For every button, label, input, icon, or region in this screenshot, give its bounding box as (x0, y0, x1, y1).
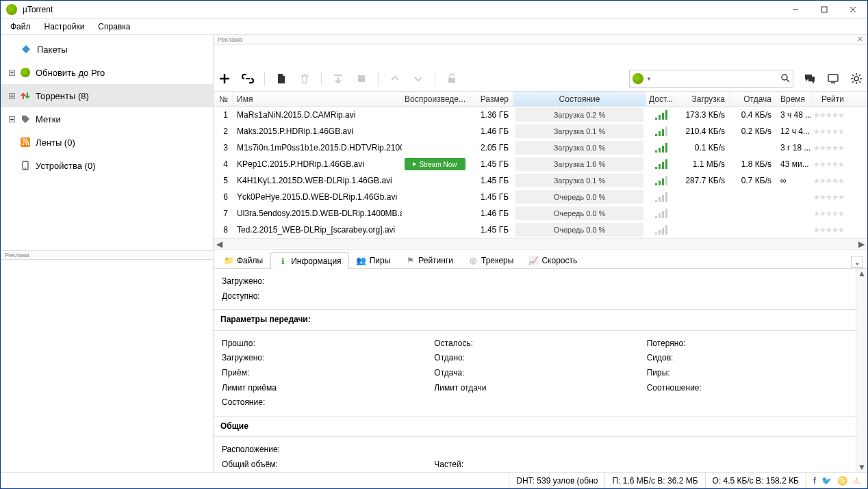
cell-play[interactable]: Stream Now (403, 156, 468, 172)
col-status[interactable]: Состояние (513, 92, 646, 106)
table-row[interactable]: 6Yck0PeHye.2015.D.WEB-DLRip.1.46Gb.avi1.… (214, 189, 867, 205)
add-torrent-button[interactable] (218, 72, 231, 85)
stars-icon: ★★★★★ (813, 193, 844, 202)
search-engine-icon[interactable] (633, 73, 643, 84)
svg-line-12 (787, 79, 789, 82)
cell-name: K4H1KyL1.2015D.WEB-DLRip.1.46GB.avi (233, 172, 403, 189)
start-button[interactable] (331, 72, 345, 85)
chevron-down-icon[interactable]: ▼ (646, 76, 652, 82)
scroll-up-icon[interactable]: ▲ (858, 269, 866, 278)
sidebar-item-torrents[interactable]: Торренты (8) (1, 84, 213, 107)
twitter-icon[interactable]: 🐦 (821, 476, 832, 486)
maximize-button[interactable] (810, 1, 839, 18)
cell-download (676, 205, 730, 222)
status-dht[interactable]: DHT: 539 узлов (обно (509, 473, 604, 488)
cell-size: 1.45 ГБ (468, 172, 513, 189)
settings-button[interactable] (850, 72, 863, 85)
move-down-button[interactable] (411, 72, 425, 85)
vertical-scrollbar[interactable]: ▲▼ (856, 269, 867, 472)
status-download[interactable]: П: 1.6 МБ/с В: 36.2 МБ (604, 473, 704, 488)
add-url-button[interactable] (241, 72, 255, 85)
cell-download: 0.1 КБ/s (676, 140, 730, 156)
menu-settings[interactable]: Настройки (39, 21, 90, 33)
cell-upload (730, 222, 776, 238)
android-icon[interactable]: ♋ (837, 476, 847, 486)
tab-files[interactable]: 📁Файлы (216, 252, 270, 268)
tab-ratings[interactable]: ⚑Рейтинги (398, 252, 461, 268)
cell-play (403, 172, 468, 189)
sidebar-label: Пакеты (37, 44, 68, 55)
chat-button[interactable] (803, 72, 817, 85)
ad-label: Реклама (218, 36, 242, 43)
minimize-button[interactable] (781, 1, 810, 18)
col-avail[interactable]: Дост... (646, 92, 676, 106)
chart-icon: 📈 (528, 256, 538, 265)
tab-info[interactable]: ℹИнформация (270, 252, 348, 269)
search-icon[interactable] (780, 73, 790, 85)
horizontal-scrollbar[interactable]: ◀ ▶ (214, 238, 867, 250)
table-row[interactable]: 7Ul3ra.5endosy.2015.D.WEB-DLRip.1400MB.a… (214, 205, 867, 222)
expand-icon[interactable] (9, 70, 15, 76)
label-downloaded2: Загружено: (222, 351, 434, 366)
search-box[interactable]: ▼ (629, 70, 793, 88)
scroll-left-icon[interactable]: ◀ (214, 239, 225, 249)
col-play[interactable]: Воспроизведе... (403, 92, 468, 106)
move-up-button[interactable] (388, 72, 402, 85)
label-peers: Пиры: (647, 366, 859, 381)
sidebar-item-packages[interactable]: Пакеты (1, 38, 213, 61)
sidebar-item-feeds[interactable]: Ленты (0) (1, 131, 213, 154)
cell-download: 1.1 МБ/s (676, 156, 730, 172)
folder-icon: 📁 (224, 256, 233, 265)
cell-rating: ★★★★★ (812, 140, 847, 156)
facebook-icon[interactable]: f (813, 476, 816, 486)
warning-icon[interactable]: ⚠ (853, 476, 860, 486)
sidebar-item-labels[interactable]: Метки (1, 107, 213, 131)
tab-speed[interactable]: 📈Скорость (521, 252, 585, 268)
scroll-right-icon[interactable]: ▶ (856, 239, 867, 249)
cell-size: 1.36 ГБ (468, 107, 513, 123)
search-input[interactable] (654, 74, 778, 83)
table-row[interactable]: 4KPep1C.2015.P.HDRip.1.46GB.aviStream No… (214, 156, 867, 172)
col-upload[interactable]: Отдача (730, 92, 776, 106)
cell-download (676, 189, 730, 205)
label-pieces: Частей: (434, 458, 646, 472)
cell-time: ∞ (776, 172, 812, 189)
status-upload[interactable]: О: 4.5 КБ/с В: 158.2 КБ (705, 473, 806, 488)
svg-point-8 (25, 168, 26, 169)
table-row[interactable]: 2Maks.2015.P.HDRip.1.46GB.avi1.46 ГБЗагр… (214, 123, 867, 140)
expand-icon[interactable] (9, 93, 15, 99)
table-row[interactable]: 1MaRs1aNiN.2015.D.CAMRip.avi1.36 ГБЗагру… (214, 107, 867, 123)
cell-size: 1.46 ГБ (468, 123, 513, 140)
unlock-button[interactable] (445, 72, 459, 85)
close-ad-icon[interactable]: ✕ (857, 35, 863, 44)
cell-time: 3 г 18 ... (776, 140, 812, 156)
col-rating[interactable]: Рейти (812, 92, 847, 106)
tab-trackers[interactable]: ◎Трекеры (461, 252, 521, 268)
remove-button[interactable] (298, 72, 311, 85)
create-torrent-button[interactable] (275, 72, 288, 85)
menu-file[interactable]: Файл (5, 21, 36, 33)
table-row[interactable]: 3M1s7i0n.1mP0ss1b1e.2015.D.HDTVRip.2100.… (214, 140, 867, 156)
table-row[interactable]: 8Ted.2.2015_WEB-DLRip_[scarabey.org].avi… (214, 222, 867, 238)
sidebar-item-devices[interactable]: Устройства (0) (1, 154, 213, 177)
col-download[interactable]: Загрузка (676, 92, 730, 106)
stop-button[interactable] (355, 72, 368, 85)
scroll-down-icon[interactable]: ▼ (858, 462, 866, 472)
table-row[interactable]: 5K4H1KyL1.2015D.WEB-DLRip.1.46GB.avi1.45… (214, 172, 867, 189)
cell-size: 1.45 ГБ (468, 189, 513, 205)
tab-peers[interactable]: 👥Пиры (349, 252, 398, 268)
cell-name: MaRs1aNiN.2015.D.CAMRip.avi (233, 107, 403, 123)
expand-icon[interactable] (9, 116, 15, 122)
flag-icon: ⚑ (405, 256, 415, 265)
menu-help[interactable]: Справка (92, 21, 136, 33)
sidebar-item-upgrade[interactable]: Обновить до Pro (1, 61, 213, 84)
signal-icon (655, 110, 667, 120)
close-button[interactable] (839, 1, 867, 18)
col-number[interactable]: № (214, 92, 233, 106)
remote-button[interactable] (826, 72, 840, 85)
col-size[interactable]: Размер (468, 92, 513, 106)
cell-name: Yck0PeHye.2015.D.WEB-DLRip.1.46Gb.avi (233, 189, 403, 205)
collapse-button[interactable]: ⌄ (851, 256, 863, 268)
col-time[interactable]: Время (776, 92, 812, 106)
col-name[interactable]: Имя (233, 92, 403, 106)
